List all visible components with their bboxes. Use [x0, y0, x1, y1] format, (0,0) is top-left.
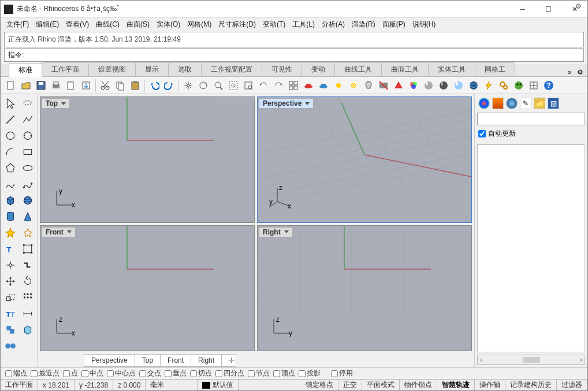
sun-a-icon[interactable]: [332, 79, 345, 92]
car-red-icon[interactable]: [302, 79, 315, 92]
grasshopper-icon[interactable]: [512, 79, 526, 92]
text-object-icon[interactable]: T: [2, 241, 18, 256]
chevron-icon[interactable]: »: [568, 68, 576, 76]
zoom-sel-icon[interactable]: [241, 79, 255, 92]
polyline-icon[interactable]: [19, 111, 36, 127]
toolbar-tab[interactable]: 实体工具: [428, 62, 475, 76]
osnap-item[interactable]: 顶点: [273, 368, 295, 378]
viewport-title-right[interactable]: Right: [259, 227, 293, 237]
hide-icon[interactable]: [377, 79, 390, 92]
menu-item[interactable]: 网格(M): [185, 18, 214, 31]
toolbar-tab[interactable]: 曲面工具: [381, 62, 429, 76]
car-blue-icon[interactable]: [317, 79, 330, 92]
status-toggle[interactable]: 正交: [338, 379, 362, 390]
toolbar-tab[interactable]: 变动: [302, 62, 335, 76]
explode-icon[interactable]: [2, 225, 18, 240]
osnap-item[interactable]: 节点: [248, 368, 270, 378]
materials-icon[interactable]: [492, 98, 504, 109]
line-icon[interactable]: [2, 111, 18, 127]
osnap-item[interactable]: 交点: [139, 368, 161, 378]
viewport-tab[interactable]: Top: [135, 354, 161, 367]
menu-item[interactable]: 工具(L): [290, 18, 317, 31]
toolbar-tab[interactable]: 设置视图: [88, 62, 136, 76]
menu-item[interactable]: 面板(P): [380, 18, 408, 31]
menu-item[interactable]: 实体(O): [154, 18, 183, 31]
scale-icon[interactable]: [2, 289, 18, 305]
shade-red-icon[interactable]: [392, 79, 405, 92]
viewport-title-top[interactable]: Top: [42, 98, 70, 109]
cylinder-icon[interactable]: [2, 208, 18, 224]
export-icon[interactable]: [79, 79, 93, 92]
viewport-title-perspective[interactable]: Perspective: [259, 98, 314, 109]
help-icon[interactable]: ?: [542, 79, 556, 92]
toolbar-tab[interactable]: 曲线工具: [334, 62, 382, 76]
pan-icon[interactable]: [181, 79, 195, 92]
menu-item[interactable]: 曲面(S): [124, 18, 152, 31]
paste-icon[interactable]: [128, 79, 142, 92]
help-tool-icon[interactable]: [2, 338, 18, 353]
cage-icon[interactable]: [527, 79, 541, 92]
gear-icon[interactable]: ⚙: [577, 68, 585, 76]
copy-icon[interactable]: [113, 79, 127, 92]
sphere-gray-icon[interactable]: [422, 79, 436, 92]
viewport-tab[interactable]: Front: [160, 354, 191, 367]
gears-icon[interactable]: [497, 79, 511, 92]
explode2-icon[interactable]: [19, 225, 36, 240]
osnap-item[interactable]: 最近点: [31, 368, 59, 378]
auto-update-input[interactable]: [478, 130, 486, 137]
osnap-item[interactable]: 垂点: [165, 368, 187, 378]
light-icon[interactable]: [362, 79, 375, 92]
auto-update-checkbox[interactable]: 自动更新: [477, 128, 585, 140]
redo-view-icon[interactable]: [271, 79, 285, 92]
lasso-icon[interactable]: [19, 95, 36, 111]
cut-icon[interactable]: [98, 79, 112, 92]
add-viewport-tab[interactable]: ✛: [221, 354, 236, 367]
environment-icon[interactable]: [506, 98, 518, 109]
toolbar-tab[interactable]: 选取: [168, 62, 202, 76]
menu-item[interactable]: 渲染(R): [349, 18, 378, 31]
toolbar-tab[interactable]: 工作视窗配置: [201, 62, 262, 76]
viewport-tab[interactable]: Perspective: [84, 354, 135, 367]
render-icon[interactable]: [478, 98, 490, 109]
status-toggle[interactable]: 过滤器: [557, 379, 587, 390]
rotate-view-icon[interactable]: [196, 79, 210, 92]
status-cplane[interactable]: 工作平面: [1, 379, 38, 390]
menu-item[interactable]: 文件(F): [4, 18, 31, 31]
layer-list[interactable]: [477, 144, 585, 352]
viewport-title-front[interactable]: Front: [42, 227, 76, 237]
osnap-item[interactable]: 端点: [5, 368, 27, 378]
layer-scrollbar[interactable]: ‹›: [477, 355, 585, 365]
minimize-button[interactable]: ─: [509, 1, 535, 18]
viewport-perspective[interactable]: Perspective zxy: [257, 96, 472, 223]
rotate-icon[interactable]: [19, 273, 36, 289]
menu-item[interactable]: 分析(A): [319, 18, 347, 31]
pointer-icon[interactable]: [2, 95, 18, 111]
toolbar-tab[interactable]: 网格工: [475, 62, 515, 76]
osnap-item[interactable]: 中心点: [107, 368, 136, 378]
undo-view-icon[interactable]: [256, 79, 270, 92]
status-toggle[interactable]: 锁定格点: [301, 379, 338, 390]
rgb-circle-icon[interactable]: [407, 79, 420, 92]
sphere-dark-icon[interactable]: [437, 79, 451, 92]
four-view-icon[interactable]: [286, 79, 300, 92]
sphere-glass-icon[interactable]: [452, 79, 466, 92]
zoom-extents-icon[interactable]: [226, 79, 240, 92]
cone-icon[interactable]: [19, 208, 36, 224]
command-line[interactable]: 指令:: [4, 49, 584, 62]
toolbar-tab[interactable]: 工作平面: [42, 62, 89, 76]
status-toggle[interactable]: 平面模式: [362, 379, 400, 390]
join-icon[interactable]: [19, 257, 36, 273]
osnap-item[interactable]: 切点: [190, 368, 212, 378]
folder-icon[interactable]: 📁: [534, 98, 545, 109]
save-icon[interactable]: [34, 79, 48, 92]
array-icon[interactable]: [19, 289, 36, 305]
viewport-top[interactable]: Top yx: [40, 96, 255, 223]
move-icon[interactable]: [2, 273, 18, 289]
command-input[interactable]: [26, 51, 580, 59]
zoom-icon[interactable]: [211, 79, 225, 92]
bolt-icon[interactable]: [482, 79, 496, 92]
viewport-front[interactable]: Front zx: [40, 225, 255, 352]
menu-item[interactable]: 尺寸标注(D): [216, 18, 258, 31]
dim-icon[interactable]: [19, 306, 36, 321]
osnap-item[interactable]: 投影: [299, 368, 321, 378]
